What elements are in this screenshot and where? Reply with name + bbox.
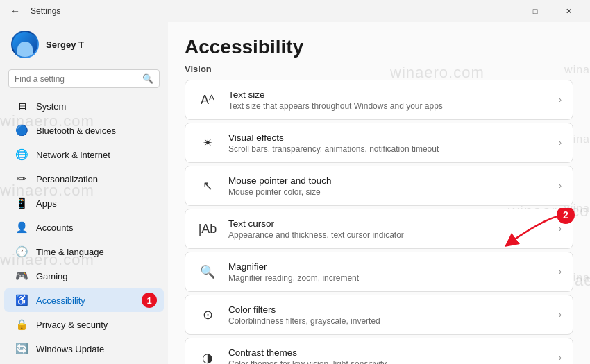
network-nav-icon: 🌐 xyxy=(15,148,28,161)
nav-list: 🖥System🔵Bluetooth & devices🌐Network & in… xyxy=(0,94,168,361)
close-button[interactable]: ✕ xyxy=(553,0,584,22)
settings-item-visual-effects[interactable]: ✴Visual effectsScroll bars, transparency… xyxy=(185,123,573,163)
sidebar-item-label-bluetooth: Bluetooth & devices xyxy=(36,125,116,136)
sidebar-item-privacy[interactable]: 🔒Privacy & security xyxy=(4,313,164,336)
sidebar-item-apps[interactable]: 📱Apps xyxy=(4,191,164,215)
user-name: Sergey T xyxy=(46,40,84,50)
minimize-button[interactable]: — xyxy=(486,0,518,22)
text-cursor-desc: Appearance and thickness, text cursor in… xyxy=(228,230,559,240)
avatar-figure xyxy=(17,42,33,57)
text-cursor-title: Text cursor xyxy=(228,218,559,229)
mouse-pointer-title: Mouse pointer and touch xyxy=(228,175,559,186)
sidebar-item-network[interactable]: 🌐Network & internet xyxy=(4,143,164,166)
magnifier-desc: Magnifier reading, zoom, increment xyxy=(228,273,559,283)
user-section[interactable]: Sergey T xyxy=(0,22,168,67)
visual-effects-icon: ✴ xyxy=(196,132,219,154)
sidebar-item-label-accessibility: Accessibility xyxy=(36,295,85,306)
sidebar-item-personalization[interactable]: ✏Personalization xyxy=(4,167,164,191)
avatar xyxy=(11,31,39,58)
search-input[interactable] xyxy=(15,74,138,84)
chevron-right-icon: › xyxy=(559,353,562,363)
contrast-themes-title: Contrast themes xyxy=(228,347,559,358)
settings-item-color-filters[interactable]: ⊙Color filtersColorblindness filters, gr… xyxy=(185,295,573,335)
chevron-right-icon: › xyxy=(559,95,562,105)
visual-effects-title: Visual effects xyxy=(228,132,559,143)
window-controls: — □ ✕ xyxy=(486,0,584,22)
mouse-pointer-icon: ↖ xyxy=(196,175,219,197)
text-cursor-icon: |Ab xyxy=(196,218,219,240)
svg-point-1 xyxy=(557,208,575,224)
accessibility-nav-icon: ♿ xyxy=(15,294,28,306)
color-filters-icon: ⊙ xyxy=(196,304,219,326)
text-size-desc: Text size that appears throughout Window… xyxy=(228,101,559,111)
contrast-themes-icon: ◑ xyxy=(196,347,219,364)
sidebar-item-label-update: Windows Update xyxy=(36,344,104,354)
chevron-right-icon: › xyxy=(559,181,562,191)
sidebar-item-label-network: Network & internet xyxy=(36,150,110,160)
sidebar-item-accounts[interactable]: 👤Accounts xyxy=(4,216,164,239)
chevron-right-icon: › xyxy=(559,138,562,148)
sidebar-item-gaming[interactable]: 🎮Gaming xyxy=(4,264,164,288)
sidebar-item-update[interactable]: 🔄Windows Update xyxy=(4,337,164,361)
sidebar-item-label-time: Time & language xyxy=(36,247,104,257)
color-filters-title: Color filters xyxy=(228,304,559,315)
apps-nav-icon: 📱 xyxy=(15,197,28,209)
sidebar-item-label-accounts: Accounts xyxy=(36,223,73,233)
maximize-button[interactable]: □ xyxy=(519,0,551,22)
sidebar-item-bluetooth[interactable]: 🔵Bluetooth & devices xyxy=(4,119,164,142)
sidebar-item-label-personalization: Personalization xyxy=(36,174,98,184)
sidebar: winaero.com winaero.com winaero.com Serg… xyxy=(0,22,168,364)
time-nav-icon: 🕐 xyxy=(15,245,28,258)
settings-list: AᴬText sizeText size that appears throug… xyxy=(185,80,573,364)
settings-item-contrast-themes[interactable]: ◑Contrast themesColor themes for low vis… xyxy=(185,338,573,364)
search-box[interactable]: 🔍 xyxy=(8,69,160,88)
settings-item-magnifier[interactable]: 🔍MagnifierMagnifier reading, zoom, incre… xyxy=(185,252,573,292)
sidebar-item-label-gaming: Gaming xyxy=(36,271,68,281)
content-area: winaero.com winaero.com winaero.com wina… xyxy=(168,22,590,364)
settings-item-text-size[interactable]: AᴬText sizeText size that appears throug… xyxy=(185,80,573,120)
page-title: Accessibility xyxy=(185,36,573,58)
chevron-right-icon: › xyxy=(559,224,562,234)
avatar-inner xyxy=(12,32,37,57)
settings-item-text-cursor[interactable]: |AbText cursorAppearance and thickness, … xyxy=(185,209,573,249)
back-button[interactable]: ← xyxy=(6,1,25,21)
sidebar-item-system[interactable]: 🖥System xyxy=(4,94,164,118)
sidebar-item-time[interactable]: 🕐Time & language xyxy=(4,240,164,263)
titlebar-title: Settings xyxy=(31,6,60,16)
visual-effects-desc: Scroll bars, transparency, animations, n… xyxy=(228,144,559,154)
annotation-badge-1: 1 xyxy=(142,293,157,308)
mouse-pointer-desc: Mouse pointer color, size xyxy=(228,187,559,197)
svg-text:2: 2 xyxy=(563,209,568,220)
sidebar-item-label-system: System xyxy=(36,101,66,112)
bluetooth-nav-icon: 🔵 xyxy=(15,124,28,137)
system-nav-icon: 🖥 xyxy=(15,100,28,112)
privacy-nav-icon: 🔒 xyxy=(15,318,28,331)
sidebar-item-label-apps: Apps xyxy=(36,198,57,209)
sidebar-item-label-privacy: Privacy & security xyxy=(36,320,108,330)
personalization-nav-icon: ✏ xyxy=(15,173,28,185)
titlebar-left: ← Settings xyxy=(6,1,60,21)
chevron-right-icon: › xyxy=(559,267,562,277)
gaming-nav-icon: 🎮 xyxy=(15,270,28,282)
search-icon: 🔍 xyxy=(142,73,153,84)
sidebar-item-accessibility[interactable]: ♿Accessibility1 xyxy=(4,288,164,312)
main-container: winaero.com winaero.com winaero.com Serg… xyxy=(0,22,590,364)
text-size-icon: Aᴬ xyxy=(196,89,219,111)
chevron-right-icon: › xyxy=(559,310,562,320)
text-size-title: Text size xyxy=(228,89,559,100)
magnifier-icon: 🔍 xyxy=(196,261,219,283)
vision-section-label: Vision xyxy=(185,64,573,74)
magnifier-title: Magnifier xyxy=(228,261,559,272)
accounts-nav-icon: 👤 xyxy=(15,221,28,234)
settings-item-mouse-pointer[interactable]: ↖Mouse pointer and touchMouse pointer co… xyxy=(185,166,573,206)
update-nav-icon: 🔄 xyxy=(15,343,28,355)
contrast-themes-desc: Color themes for low vision, light sensi… xyxy=(228,359,559,365)
titlebar: ← Settings — □ ✕ xyxy=(0,0,590,22)
color-filters-desc: Colorblindness filters, grayscale, inver… xyxy=(228,316,559,326)
